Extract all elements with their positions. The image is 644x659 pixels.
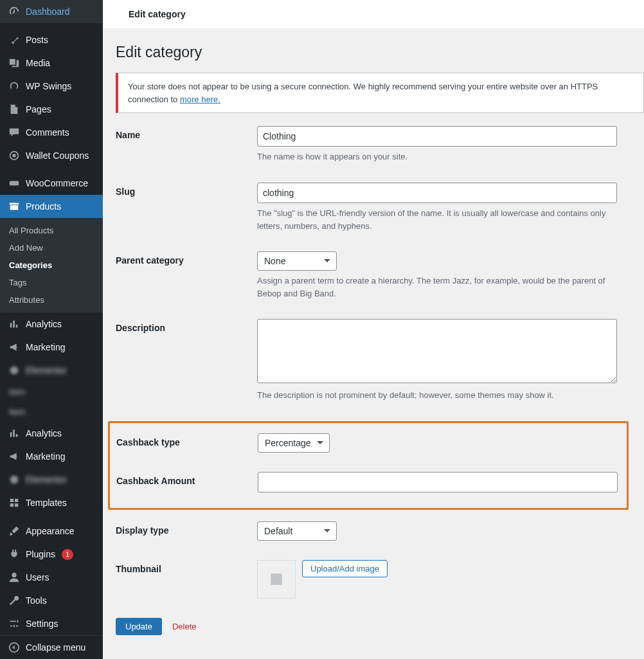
sidebar-label: Comments bbox=[26, 127, 69, 138]
svg-point-5 bbox=[12, 573, 16, 577]
sidebar-item-templates[interactable]: Templates bbox=[0, 491, 103, 514]
sidebar-item-marketing[interactable]: Marketing bbox=[0, 336, 103, 359]
sidebar-item-users[interactable]: Users bbox=[0, 566, 103, 589]
image-icon bbox=[268, 571, 285, 588]
delete-link[interactable]: Delete bbox=[172, 622, 197, 631]
sidebar-label: Posts bbox=[26, 35, 48, 45]
admin-sidebar: Dashboard Posts Media WP Swings Pages Co… bbox=[0, 0, 103, 659]
slug-label: Slug bbox=[116, 183, 257, 197]
brush-icon bbox=[8, 525, 21, 537]
media-icon bbox=[8, 57, 21, 69]
main-content: Edit category Edit category Your store d… bbox=[103, 0, 644, 659]
sidebar-label: WooCommerce bbox=[26, 178, 88, 188]
parent-select[interactable]: None bbox=[257, 251, 337, 271]
submenu-all-products[interactable]: All Products bbox=[0, 222, 103, 239]
sidebar-item-woocommerce[interactable]: WooCommerce bbox=[0, 172, 103, 195]
page-icon bbox=[8, 103, 21, 116]
sidebar-item-settings[interactable]: Settings bbox=[0, 612, 103, 635]
sidebar-label: Plugins bbox=[26, 549, 55, 559]
sidebar-item-wallet-coupons[interactable]: Wallet Coupons bbox=[0, 144, 103, 167]
svg-point-4 bbox=[10, 476, 19, 484]
sidebar-item-media[interactable]: Media bbox=[0, 51, 103, 75]
cashback-amount-label: Cashback Amount bbox=[116, 472, 258, 486]
sidebar-label: Analytics bbox=[26, 319, 62, 329]
sidebar-item-analytics-2[interactable]: Analytics bbox=[0, 422, 103, 445]
sidebar-label: Marketing bbox=[26, 342, 65, 352]
name-help: The name is how it appears on your site. bbox=[257, 150, 617, 163]
comment-icon bbox=[8, 126, 21, 139]
sidebar-label: Analytics bbox=[26, 428, 62, 438]
svg-point-7 bbox=[273, 575, 275, 578]
submenu-tags[interactable]: Tags bbox=[0, 274, 103, 291]
sidebar-item-dashboard[interactable]: Dashboard bbox=[0, 0, 103, 23]
display-type-select[interactable]: Default bbox=[257, 521, 337, 541]
submenu-attributes[interactable]: Attributes bbox=[0, 291, 103, 309]
thumbnail-placeholder bbox=[257, 560, 296, 599]
svg-point-1 bbox=[12, 154, 15, 157]
sidebar-item-posts[interactable]: Posts bbox=[0, 28, 103, 51]
display-type-label: Display type bbox=[116, 521, 257, 536]
sidebar-item-analytics[interactable]: Analytics bbox=[0, 312, 103, 336]
cashback-type-select[interactable]: Percentage bbox=[258, 433, 330, 453]
wrench-icon bbox=[8, 594, 21, 607]
sidebar-label: Elementor bbox=[26, 365, 67, 375]
slug-help: The "slug" is the URL-friendly version o… bbox=[257, 207, 617, 232]
sidebar-label: Elementor bbox=[26, 474, 67, 485]
cashback-highlight-box: Cashback type Percentage Cashback Amount bbox=[108, 421, 629, 510]
breadcrumb: Edit category bbox=[103, 0, 644, 28]
sidebar-item-appearance[interactable]: Appearance bbox=[0, 519, 103, 543]
submenu-categories[interactable]: Categories bbox=[0, 257, 103, 274]
svg-point-3 bbox=[10, 366, 19, 375]
sidebar-label: Users bbox=[26, 572, 49, 582]
wallet-icon bbox=[8, 149, 21, 162]
woocommerce-icon bbox=[8, 177, 21, 190]
sidebar-label: Templates bbox=[26, 498, 67, 508]
templates-icon bbox=[8, 496, 21, 509]
pin-icon bbox=[8, 33, 21, 46]
sidebar-item-marketing-2[interactable]: Marketing bbox=[0, 445, 103, 468]
slug-input[interactable] bbox=[257, 183, 617, 203]
sidebar-item-hidden-sub[interactable]: Item bbox=[0, 402, 103, 422]
megaphone-icon bbox=[8, 341, 21, 354]
sidebar-item-products[interactable]: Products bbox=[0, 195, 103, 218]
description-help: The description is not prominent by defa… bbox=[257, 389, 617, 402]
parent-help: Assign a parent term to create a hierarc… bbox=[257, 275, 617, 300]
sidebar-item-pages[interactable]: Pages bbox=[0, 98, 103, 121]
plug-icon bbox=[8, 548, 21, 561]
https-warning-notice: Your store does not appear to be using a… bbox=[116, 73, 644, 113]
generic-icon bbox=[8, 473, 21, 486]
sidebar-label: Marketing bbox=[26, 451, 65, 462]
sidebar-label: Pages bbox=[26, 104, 51, 114]
sidebar-item-hidden-2[interactable]: Elementor bbox=[0, 468, 103, 491]
sidebar-label: Collapse menu bbox=[26, 642, 85, 653]
sidebar-item-wpswings[interactable]: WP Swings bbox=[0, 75, 103, 98]
archive-icon bbox=[8, 200, 21, 213]
sidebar-label: Products bbox=[26, 201, 61, 212]
notice-more-link[interactable]: more here. bbox=[180, 95, 220, 104]
sidebar-item-hidden-sub[interactable]: Item bbox=[0, 382, 103, 402]
sidebar-label: Tools bbox=[26, 595, 47, 606]
wings-icon bbox=[8, 80, 21, 93]
description-textarea[interactable] bbox=[257, 319, 617, 383]
sidebar-item-hidden[interactable]: Elementor bbox=[0, 359, 103, 382]
sidebar-item-comments[interactable]: Comments bbox=[0, 121, 103, 144]
sidebar-collapse[interactable]: Collapse menu bbox=[0, 635, 103, 659]
user-icon bbox=[8, 571, 21, 584]
sidebar-item-plugins[interactable]: Plugins 1 bbox=[0, 543, 103, 566]
collapse-icon bbox=[8, 641, 21, 654]
thumbnail-label: Thumbnail bbox=[116, 560, 257, 574]
cashback-type-label: Cashback type bbox=[116, 433, 258, 447]
sliders-icon bbox=[8, 617, 21, 630]
analytics-icon bbox=[8, 318, 21, 330]
submenu-add-new[interactable]: Add New bbox=[0, 239, 103, 257]
cashback-amount-input[interactable] bbox=[258, 472, 618, 492]
sidebar-item-tools[interactable]: Tools bbox=[0, 589, 103, 612]
upload-image-button[interactable]: Upload/Add image bbox=[302, 560, 388, 577]
megaphone-icon bbox=[8, 450, 21, 463]
gauge-icon bbox=[8, 5, 21, 18]
products-submenu: All Products Add New Categories Tags Att… bbox=[0, 218, 103, 312]
description-label: Description bbox=[116, 319, 257, 333]
name-input[interactable] bbox=[257, 126, 617, 147]
sidebar-label: WP Swings bbox=[26, 81, 71, 91]
update-button[interactable]: Update bbox=[116, 618, 162, 635]
